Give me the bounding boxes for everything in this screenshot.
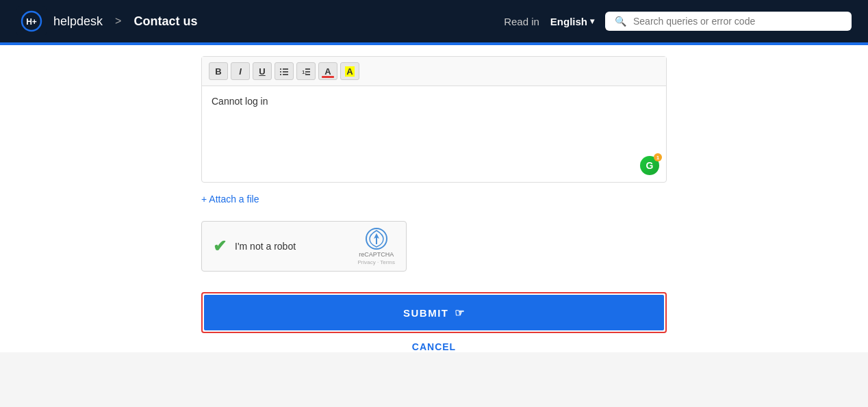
underline-button[interactable]: U [253, 62, 272, 80]
search-input[interactable] [633, 16, 842, 27]
main-content: B I U 1. [0, 45, 868, 352]
bold-button[interactable]: B [209, 62, 228, 80]
ordered-list-icon: 1. [301, 66, 311, 76]
recaptcha-label: I'm not a robot [235, 241, 296, 252]
svg-rect-6 [283, 71, 288, 73]
page-title: Contact us [133, 14, 197, 29]
submit-button[interactable]: SUBMIT ☞ [204, 295, 664, 330]
italic-button[interactable]: I [231, 62, 250, 80]
unordered-list-icon [279, 66, 289, 76]
bg-color-button[interactable]: A [340, 62, 359, 80]
editor-toolbar: B I U 1. [202, 57, 666, 86]
svg-rect-11 [305, 71, 310, 73]
form-area: B I U 1. [201, 45, 667, 352]
svg-text:H+: H+ [26, 17, 37, 27]
unordered-list-button[interactable] [275, 62, 294, 80]
header-left: H+ helpdesk > Contact us [16, 6, 197, 36]
submit-button-wrapper: SUBMIT ☞ [201, 292, 667, 333]
search-box: 🔍 [605, 12, 852, 31]
cancel-button[interactable]: CANCEL [201, 341, 667, 352]
recaptcha-brand: reCAPTCHA [359, 251, 394, 258]
svg-rect-5 [280, 71, 281, 73]
grammarly-badge: 1 [654, 153, 662, 161]
recaptcha-checkmark-icon: ✔ [213, 237, 227, 256]
breadcrumb-separator: > [115, 15, 121, 27]
editor-content: Cannot log in [212, 96, 268, 107]
cursor-hand-icon: ☞ [455, 306, 465, 319]
svg-rect-7 [280, 74, 281, 75]
svg-rect-8 [283, 74, 288, 75]
grammarly-icon: G [646, 160, 654, 171]
font-color-underline [322, 76, 334, 78]
logo-area: H+ [16, 6, 47, 36]
chevron-down-icon: ▾ [590, 16, 594, 26]
submit-label: SUBMIT [403, 307, 449, 319]
svg-rect-10 [305, 68, 310, 70]
recaptcha-right: reCAPTCHA Privacy · Terms [357, 228, 395, 265]
recaptcha-widget: ✔ I'm not a robot reCAPTCHA Privacy · Te… [201, 221, 407, 272]
rich-text-editor: B I U 1. [201, 56, 667, 183]
bg-color-a-label: A [345, 66, 354, 77]
read-in-label: Read in [504, 16, 539, 27]
svg-rect-4 [283, 68, 288, 70]
font-color-button[interactable]: A [318, 62, 337, 80]
search-icon: 🔍 [615, 16, 626, 27]
header-right: Read in English ▾ 🔍 [504, 12, 852, 31]
recaptcha-logo-icon [366, 228, 387, 250]
svg-rect-3 [280, 68, 281, 70]
attach-file-link[interactable]: + Attach a file [201, 194, 667, 205]
recaptcha-links: Privacy · Terms [357, 259, 395, 265]
svg-rect-12 [305, 74, 310, 75]
helpdesk-label: helpdesk [53, 14, 103, 29]
language-selector[interactable]: English ▾ [550, 16, 594, 27]
recaptcha-left: ✔ I'm not a robot [213, 237, 296, 256]
grammarly-button[interactable]: G 1 [640, 156, 659, 175]
disneyhotstar-logo-icon: H+ [16, 6, 47, 36]
editor-body[interactable]: Cannot log in G 1 [202, 86, 666, 182]
header: H+ helpdesk > Contact us Read in English… [0, 0, 868, 42]
font-color-a-label: A [324, 66, 331, 77]
language-label: English [550, 16, 587, 27]
ordered-list-button[interactable]: 1. [296, 62, 316, 80]
